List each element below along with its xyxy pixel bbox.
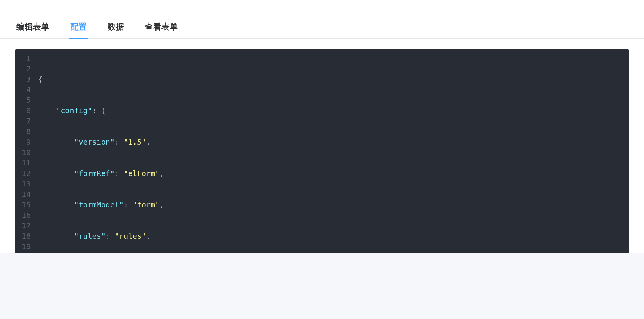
line-number: 3 [22,74,31,84]
line-number: 7 [22,116,31,126]
line-number-gutter: 1 2 3 4 5 6 7 8 9 10 11 12 13 14 15 16 1… [15,49,36,253]
line-number: 8 [22,126,31,137]
line-number: 14 [22,189,31,199]
tabs-bar: 编辑表单 配置 数据 查看表单 [0,17,644,39]
line-number: 18 [22,231,31,241]
page-wrapper: 编辑表单 配置 数据 查看表单 1 2 3 4 5 6 7 8 9 10 11 … [0,0,644,253]
code-line: "formRef": "elForm", [38,168,629,179]
tab-config[interactable]: 配置 [69,17,88,38]
code-line: "config": { [38,105,629,116]
line-number: 16 [22,210,31,220]
code-editor[interactable]: 1 2 3 4 5 6 7 8 9 10 11 12 13 14 15 16 1… [15,49,629,253]
line-number: 19 [22,241,31,252]
line-number: 4 [22,84,31,95]
line-number: 6 [22,105,31,116]
line-number: 5 [22,95,31,105]
tab-view-form[interactable]: 查看表单 [143,17,179,38]
code-line: "version": "1.5", [38,137,629,147]
line-number: 15 [22,199,31,210]
code-line: "rules": "rules", [38,231,629,241]
code-line: { [38,74,629,84]
content-area: 1 2 3 4 5 6 7 8 9 10 11 12 13 14 15 16 1… [0,39,644,253]
code-content[interactable]: { "config": { "version": "1.5", "formRef… [36,49,629,253]
line-number: 9 [22,137,31,147]
line-number: 2 [22,64,31,74]
line-number: 17 [22,220,31,231]
tab-data[interactable]: 数据 [106,17,126,38]
line-number: 13 [22,179,31,189]
line-number: 10 [22,147,31,158]
line-number: 11 [22,158,31,168]
line-number: 20 [22,252,31,253]
tab-edit-form[interactable]: 编辑表单 [15,17,51,38]
line-number: 1 [22,53,31,64]
line-number: 12 [22,168,31,179]
code-line: "formModel": "form", [38,199,629,210]
